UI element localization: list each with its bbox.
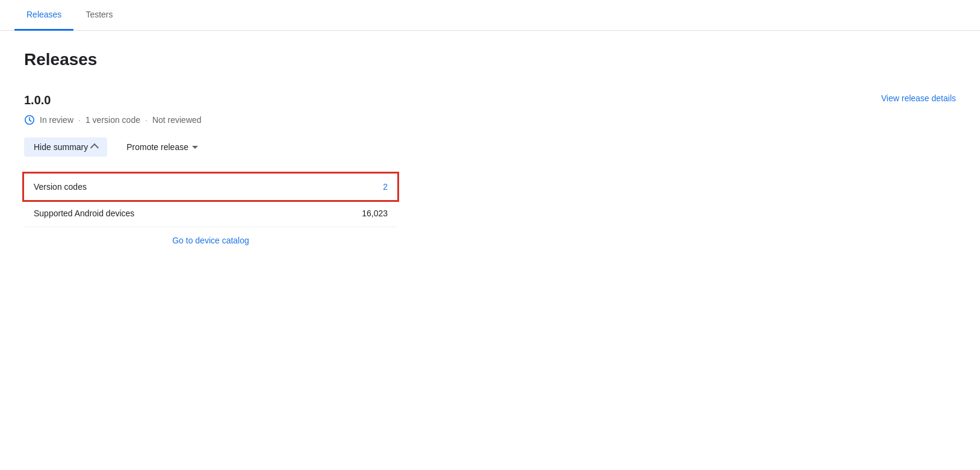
summary-table: Version codes 2 Supported Android device… xyxy=(24,174,397,251)
view-release-details-link[interactable]: View release details xyxy=(881,93,956,103)
tab-bar: Releases Testers xyxy=(0,0,980,31)
clock-icon xyxy=(24,114,35,125)
chevron-up-icon xyxy=(90,143,99,152)
release-status-row: In review · 1 version code · Not reviewe… xyxy=(24,114,956,125)
supported-devices-row: Supported Android devices 16,023 xyxy=(24,200,397,227)
dot-separator-2: · xyxy=(145,115,147,125)
version-codes-label: Version codes xyxy=(34,182,87,192)
page-title: Releases xyxy=(24,50,956,69)
supported-devices-label: Supported Android devices xyxy=(34,208,134,218)
promote-release-button[interactable]: Promote release xyxy=(117,137,208,157)
go-to-device-catalog-link[interactable]: Go to device catalog xyxy=(172,236,249,245)
supported-devices-value: 16,023 xyxy=(362,208,388,218)
tab-testers[interactable]: Testers xyxy=(73,0,125,31)
release-header: 1.0.0 View release details xyxy=(24,93,956,107)
status-in-review: In review xyxy=(40,115,73,125)
review-status: Not reviewed xyxy=(152,115,202,125)
tab-releases[interactable]: Releases xyxy=(14,0,73,31)
promote-release-label: Promote release xyxy=(126,142,188,152)
dot-separator-1: · xyxy=(78,115,81,125)
svg-line-2 xyxy=(29,120,31,121)
hide-summary-label: Hide summary xyxy=(34,142,88,152)
version-codes-row: Version codes 2 xyxy=(24,174,397,200)
version-code-count: 1 version code xyxy=(85,115,140,125)
release-version: 1.0.0 xyxy=(24,93,51,107)
hide-summary-button[interactable]: Hide summary xyxy=(24,137,107,157)
chevron-down-icon xyxy=(192,146,198,149)
device-catalog-row: Go to device catalog xyxy=(24,230,397,251)
main-content: Releases 1.0.0 View release details In r… xyxy=(0,31,980,271)
version-codes-value: 2 xyxy=(383,182,388,192)
action-buttons-row: Hide summary Promote release xyxy=(24,137,956,157)
